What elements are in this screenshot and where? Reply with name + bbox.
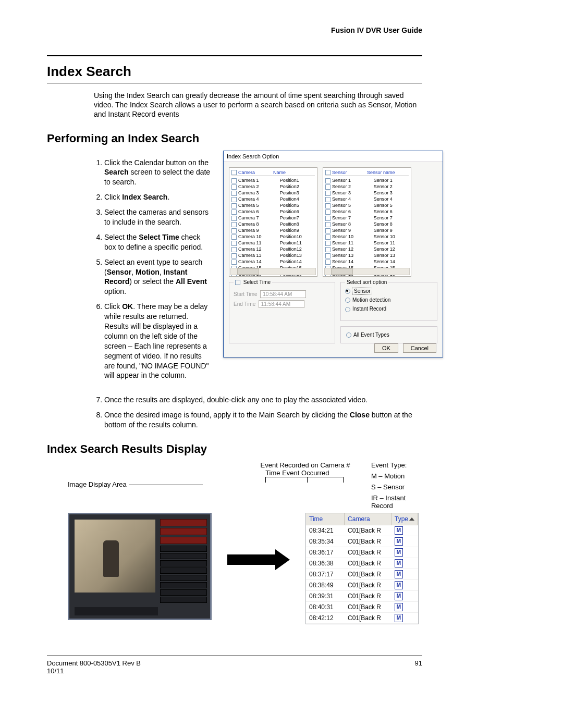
camera-row[interactable]: Camera 13Position13 bbox=[231, 252, 315, 258]
step-2: Click Index Search. bbox=[104, 192, 214, 202]
motion-icon: M bbox=[395, 614, 403, 622]
camera-row[interactable]: Camera 4Position4 bbox=[231, 196, 315, 202]
sensor-row[interactable]: Sensor 3Sensor 3 bbox=[325, 190, 409, 196]
sensor-row[interactable]: Sensor 9Sensor 9 bbox=[325, 227, 409, 233]
zoom-arrow-icon bbox=[227, 549, 290, 570]
index-search-dialog: Index Search Option CameraName Camera 1P… bbox=[223, 151, 443, 357]
step-8: Once the desired image is found, apply i… bbox=[104, 410, 422, 430]
results-table: Time Camera Type 08:34:21C01[Back RM08:3… bbox=[305, 513, 419, 624]
sensor-row[interactable]: Sensor 14Sensor 14 bbox=[325, 258, 409, 265]
intro-paragraph: Using the Index Search can greatly decre… bbox=[94, 91, 422, 119]
sensor-row[interactable]: Sensor 8Sensor 8 bbox=[325, 221, 409, 227]
sensor-row[interactable]: Sensor 1Sensor 1 bbox=[325, 177, 409, 183]
camera-row[interactable]: Camera 3Position3 bbox=[231, 190, 315, 196]
radio-all-event[interactable]: All Event Types bbox=[346, 332, 432, 338]
sort-ascending-icon bbox=[409, 517, 414, 521]
sort-option-group: Select sort option Sensor Motion detecti… bbox=[340, 282, 437, 321]
section-heading-results: Index Search Results Display bbox=[47, 442, 422, 456]
page-title: Index Search bbox=[47, 64, 422, 80]
col-time[interactable]: Time bbox=[306, 513, 345, 525]
camera-row[interactable]: Camera 9Position9 bbox=[231, 227, 315, 233]
radio-instant[interactable]: Instant Record bbox=[345, 306, 433, 312]
step-7: Once the results are displayed, double-c… bbox=[104, 395, 422, 405]
motion-icon: M bbox=[395, 559, 403, 567]
results-row[interactable]: 08:36:38C01[Back RM bbox=[306, 558, 418, 569]
motion-icon: M bbox=[395, 548, 403, 557]
col-type[interactable]: Type bbox=[391, 513, 418, 525]
steps-list: Click the Calendar button on the Search … bbox=[104, 158, 214, 381]
camera-row[interactable]: Camera 11Position11 bbox=[231, 240, 315, 246]
end-time-field[interactable]: 11:58:44 AM bbox=[259, 300, 304, 308]
results-row[interactable]: 08:35:34C01[Back RM bbox=[306, 536, 418, 547]
annot-event-camera: Event Recorded on Camera # bbox=[255, 461, 356, 469]
select-time-checkbox[interactable] bbox=[235, 280, 240, 285]
cancel-button[interactable]: Cancel bbox=[403, 343, 436, 353]
sensor-row[interactable]: Sensor 11Sensor 11 bbox=[325, 240, 409, 246]
sensor-row[interactable]: Sensor 2Sensor 2 bbox=[325, 183, 409, 190]
end-time-label: End Time bbox=[234, 301, 255, 307]
col-camera[interactable]: Camera bbox=[345, 513, 391, 525]
radio-sensor[interactable]: Sensor bbox=[345, 288, 433, 294]
dvr-app-thumbnail bbox=[68, 513, 212, 620]
footer-page-number: 91 bbox=[415, 659, 422, 675]
sensor-row[interactable]: Sensor 4Sensor 4 bbox=[325, 196, 409, 202]
radio-motion[interactable]: Motion detection bbox=[345, 297, 433, 303]
motion-icon: M bbox=[395, 526, 403, 535]
camera-scrollbar[interactable] bbox=[230, 268, 316, 275]
header-guide-title: Fusion IV DVR User Guide bbox=[47, 26, 422, 34]
motion-icon: M bbox=[395, 537, 403, 546]
step-4: Select the Select Time check box to defi… bbox=[104, 232, 214, 252]
motion-icon: M bbox=[395, 581, 403, 589]
step-1: Click the Calendar button on the Search … bbox=[104, 158, 214, 188]
section-heading-performing: Performing an Index Search bbox=[47, 132, 422, 145]
select-time-group: Select Time Start Time 10:58:44 AM End T… bbox=[229, 282, 335, 343]
sensor-row[interactable]: Sensor 10Sensor 10 bbox=[325, 233, 409, 240]
sensor-listbox[interactable]: SensorSensor name Sensor 1Sensor 1Sensor… bbox=[323, 167, 411, 277]
sensor-row[interactable]: Sensor 7Sensor 7 bbox=[325, 215, 409, 221]
motion-icon: M bbox=[395, 592, 403, 600]
camera-row[interactable]: Camera 12Position12 bbox=[231, 246, 315, 252]
results-row[interactable]: 08:37:17C01[Back RM bbox=[306, 569, 418, 580]
all-event-group: All Event Types bbox=[340, 326, 437, 343]
camera-row[interactable]: Camera 7Position7 bbox=[231, 215, 315, 221]
results-row[interactable]: 08:40:31C01[Back RM bbox=[306, 602, 418, 613]
footer-date: 10/11 bbox=[47, 667, 141, 675]
divider bbox=[47, 55, 422, 56]
sensor-row[interactable]: Sensor 6Sensor 6 bbox=[325, 208, 409, 215]
camera-row[interactable]: Camera 1Position1 bbox=[231, 177, 315, 183]
footer-doc-id: Document 800-05305V1 Rev B bbox=[47, 659, 141, 667]
steps-list-cont: Once the results are displayed, double-c… bbox=[104, 395, 422, 430]
page-footer: Document 800-05305V1 Rev B 10/11 91 bbox=[47, 656, 422, 675]
start-time-label: Start Time bbox=[234, 291, 258, 297]
annot-image-area: Image Display Area bbox=[68, 480, 127, 488]
dialog-title: Index Search Option bbox=[224, 151, 443, 162]
camera-row[interactable]: Camera 2Position2 bbox=[231, 183, 315, 190]
annot-event-type: Event Type: M – Motion S – Sensor IR – I… bbox=[371, 461, 422, 510]
step-5: Select an event type to search (Sensor, … bbox=[104, 257, 214, 297]
sensor-row[interactable]: Sensor 12Sensor 12 bbox=[325, 246, 409, 252]
camera-row[interactable]: Camera 8Position8 bbox=[231, 221, 315, 227]
sensor-scrollbar[interactable] bbox=[324, 268, 410, 275]
start-time-field[interactable]: 10:58:44 AM bbox=[260, 290, 306, 298]
camera-row[interactable]: Camera 5Position5 bbox=[231, 202, 315, 208]
sensor-row[interactable]: Sensor 5Sensor 5 bbox=[325, 202, 409, 208]
step-3: Select the cameras and sensors to includ… bbox=[104, 207, 214, 227]
ok-button[interactable]: OK bbox=[374, 343, 398, 353]
results-row[interactable]: 08:34:21C01[Back RM bbox=[306, 525, 418, 536]
camera-row[interactable]: Camera 6Position6 bbox=[231, 208, 315, 215]
step-6: Click OK. There may be a delay while res… bbox=[104, 302, 214, 380]
results-row[interactable]: 08:39:31C01[Back RM bbox=[306, 591, 418, 602]
results-row[interactable]: 08:38:49C01[Back RM bbox=[306, 580, 418, 591]
camera-row[interactable]: Camera 14Position14 bbox=[231, 258, 315, 265]
motion-icon: M bbox=[395, 570, 403, 578]
camera-listbox[interactable]: CameraName Camera 1Position1Camera 2Posi… bbox=[229, 167, 317, 277]
results-row[interactable]: 08:42:12C01[Back RM bbox=[306, 613, 418, 624]
camera-row[interactable]: Camera 10Position10 bbox=[231, 233, 315, 240]
results-row[interactable]: 08:36:17C01[Back RM bbox=[306, 547, 418, 558]
motion-icon: M bbox=[395, 603, 403, 611]
annot-time-occurred: Time Event Occurred bbox=[265, 469, 329, 477]
sensor-row[interactable]: Sensor 13Sensor 13 bbox=[325, 252, 409, 258]
divider bbox=[47, 83, 422, 83]
